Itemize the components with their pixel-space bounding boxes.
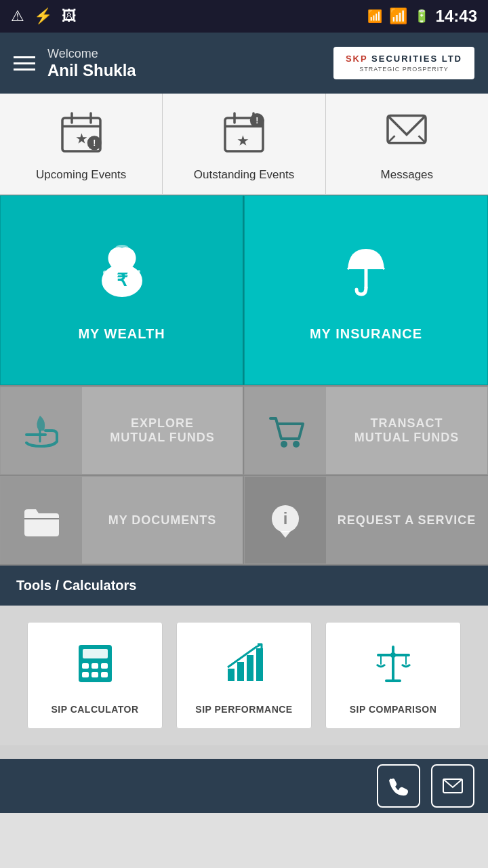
sip-comparison-card[interactable]: SIP COMPARISON [325, 622, 461, 729]
upcoming-events-icon: ★ ! [58, 108, 105, 161]
sip-calculator-label: SIP CALCULATOR [51, 704, 138, 715]
svg-point-20 [103, 271, 107, 275]
svg-point-22 [136, 276, 140, 280]
bottom-bar [0, 759, 488, 813]
svg-rect-39 [228, 669, 235, 681]
money-bag-icon: ₹ [92, 239, 152, 314]
balance-scale-icon [371, 642, 415, 694]
my-documents-card[interactable]: MY DOCUMENTS [0, 476, 244, 564]
tools-grid: SIP CALCULATOR SIP PERFORMANCE [0, 606, 488, 745]
app-header: Welcome Anil Shukla SKP SECURITIES LTD S… [0, 33, 488, 94]
svg-rect-40 [237, 662, 244, 681]
top-nav: ★ ! Upcoming Events ★ ! Outstanding Even… [0, 94, 488, 195]
header-text: Welcome Anil Shukla [47, 47, 136, 80]
svg-rect-37 [92, 672, 98, 677]
explore-icon-wrap [1, 387, 82, 474]
tools-header-label: Tools / Calculators [16, 578, 136, 593]
documents-icon-wrap [1, 477, 82, 564]
welcome-label: Welcome [47, 47, 136, 61]
transact-mutual-funds-label: TRANSACT MUTUAL FUNDS [326, 416, 487, 445]
sip-calculator-card[interactable]: SIP CALCULATOR [27, 622, 163, 729]
tools-section: Tools / Calculators SIP CALCULATOR [0, 566, 488, 745]
svg-text:i: i [283, 509, 288, 528]
outstanding-events-label: Outstanding Events [194, 168, 294, 182]
my-wealth-label: MY WEALTH [78, 326, 165, 342]
svg-rect-34 [92, 663, 98, 669]
status-bar: ⚠ ⚡ 🖼 📶 📶 🔋 14:43 [0, 0, 488, 33]
svg-text:₹: ₹ [116, 270, 127, 290]
image-icon: 🖼 [62, 7, 77, 25]
my-insurance-card[interactable]: MY INSURANCE [244, 195, 488, 385]
svg-text:!: ! [256, 116, 258, 125]
nav-outstanding-events[interactable]: ★ ! Outstanding Events [163, 94, 325, 194]
my-insurance-label: MY INSURANCE [310, 326, 422, 342]
sip-performance-label: SIP PERFORMANCE [195, 704, 292, 715]
wifi-icon: 📶 [389, 7, 407, 25]
header-left: Welcome Anil Shukla [14, 47, 136, 80]
status-icons-right: 📶 📶 🔋 14:43 [367, 7, 477, 26]
phone-button[interactable] [377, 764, 420, 808]
user-name: Anil Shukla [47, 61, 136, 80]
request-service-label: REQUEST A SERVICE [326, 513, 487, 528]
svg-rect-32 [83, 649, 108, 658]
explore-mutual-funds-label: EXPLORE MUTUAL FUNDS [82, 416, 243, 445]
plant-hand-icon [20, 409, 64, 453]
service-icon-wrap: i [245, 477, 326, 564]
svg-rect-35 [101, 663, 108, 669]
calculator-icon [73, 642, 117, 694]
battery-icon: 🔋 [414, 9, 429, 24]
messages-icon [383, 108, 430, 161]
my-documents-label: MY DOCUMENTS [82, 513, 243, 528]
sim-icon: 📶 [367, 9, 382, 24]
email-button[interactable] [431, 764, 474, 808]
info-bubble-icon: i [265, 500, 306, 540]
status-icons-left: ⚠ ⚡ 🖼 [11, 7, 77, 25]
messages-label: Messages [381, 168, 433, 182]
transact-icon-wrap [245, 387, 326, 474]
svg-text:!: ! [93, 138, 96, 148]
nav-upcoming-events[interactable]: ★ ! Upcoming Events [0, 94, 163, 194]
company-logo: SKP SECURITIES LTD STRATEGIC PROSPERITY [333, 47, 474, 79]
upcoming-events-label: Upcoming Events [36, 168, 126, 182]
my-wealth-card[interactable]: ₹ MY WEALTH [0, 195, 244, 385]
svg-rect-38 [101, 672, 108, 677]
usb-icon: ⚡ [34, 7, 52, 25]
svg-text:★: ★ [76, 132, 87, 146]
svg-marker-29 [280, 531, 291, 538]
folder-icon [21, 500, 62, 540]
notification-icon: ⚠ [11, 7, 24, 25]
umbrella-icon [336, 239, 396, 314]
sip-performance-card[interactable]: SIP PERFORMANCE [176, 622, 312, 729]
svg-text:★: ★ [237, 134, 249, 148]
request-service-card[interactable]: i REQUEST A SERVICE [244, 476, 488, 564]
cart-icon [264, 409, 308, 453]
outstanding-events-icon: ★ ! [220, 108, 268, 161]
svg-point-27 [293, 441, 300, 448]
svg-point-49 [390, 652, 396, 658]
svg-point-26 [281, 441, 287, 448]
clock: 14:43 [436, 7, 477, 26]
hamburger-menu[interactable] [14, 56, 35, 71]
svg-rect-36 [82, 672, 89, 677]
transact-mutual-funds-card[interactable]: TRANSACT MUTUAL FUNDS [244, 387, 488, 475]
svg-rect-33 [82, 663, 89, 669]
svg-rect-42 [256, 648, 263, 681]
sip-comparison-label: SIP COMPARISON [350, 704, 437, 715]
bar-chart-icon [222, 642, 266, 694]
svg-point-21 [138, 270, 140, 273]
explore-mutual-funds-card[interactable]: EXPLORE MUTUAL FUNDS [0, 387, 244, 475]
tools-header: Tools / Calculators [0, 566, 488, 606]
nav-messages[interactable]: Messages [326, 94, 488, 194]
svg-rect-41 [247, 655, 253, 681]
